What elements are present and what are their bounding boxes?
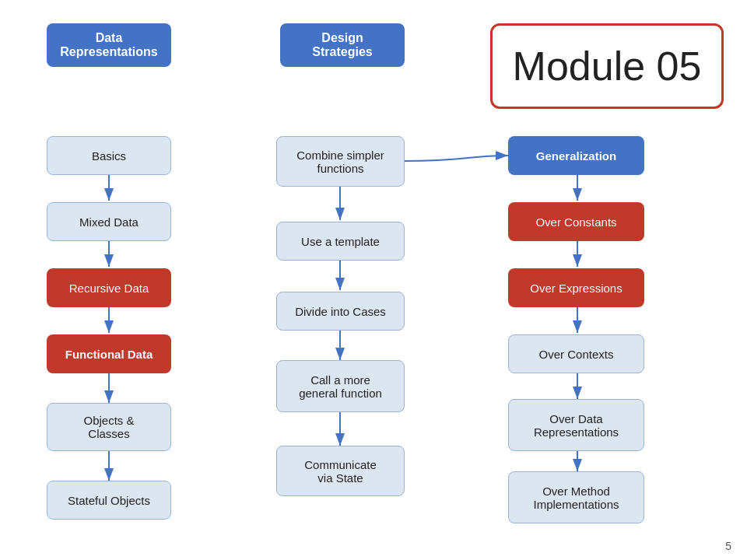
node-template: Use a template [276,222,405,261]
node-functional: Functional Data [47,334,171,373]
node-over-constants: Over Constants [508,202,644,241]
page-number: 5 [725,540,731,552]
node-combine: Combine simplerfunctions [276,136,405,187]
node-recursive: Recursive Data [47,268,171,307]
col2-header: Design Strategies [280,23,405,67]
node-over-contexts: Over Contexts [508,334,644,373]
node-mixed: Mixed Data [47,202,171,241]
node-generalization: Generalization [508,136,644,175]
col1-header: Data Representations [47,23,171,67]
node-over-data: Over DataRepresentations [508,399,644,451]
module-title: Module 05 [513,43,702,89]
node-over-expressions: Over Expressions [508,268,644,307]
node-communicate: Communicatevia State [276,446,405,496]
slide: Module 05 Data Representations Design St… [0,0,747,560]
node-divide: Divide into Cases [276,292,405,331]
node-objects: Objects &Classes [47,403,171,451]
module-title-box: Module 05 [490,23,724,109]
node-callmore: Call a moregeneral function [276,360,405,412]
node-over-method: Over MethodImplementations [508,471,644,523]
node-stateful: Stateful Objects [47,481,171,520]
node-basics: Basics [47,136,171,175]
